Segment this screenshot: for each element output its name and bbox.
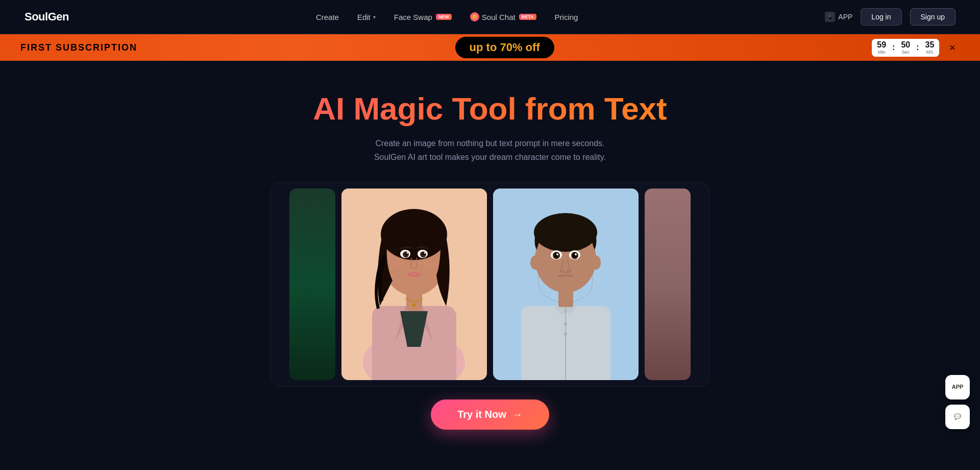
svg-point-34 [591, 255, 601, 270]
cta-button-label: Try it Now [457, 409, 506, 420]
app-button[interactable]: 📱 APP [825, 12, 852, 22]
svg-point-22 [534, 213, 597, 252]
gallery-card-left [289, 189, 335, 380]
brand-logo[interactable]: SoulGen [24, 10, 69, 24]
svg-point-30 [575, 253, 577, 255]
hero-title: AI Magic Tool from Text [10, 91, 970, 126]
signup-button[interactable]: Sign up [910, 8, 955, 26]
svg-point-35 [564, 322, 567, 325]
countdown-sep-1: : [891, 43, 896, 52]
promo-highlight: 70% [500, 41, 522, 54]
svg-point-15 [393, 261, 405, 268]
hero-subtitle-2: SoulGen AI art tool makes your dream cha… [10, 150, 970, 164]
floating-chat-button[interactable]: 💬 [945, 405, 970, 429]
svg-point-13 [407, 252, 408, 254]
promo-badge: up to 70% off [455, 37, 554, 58]
cta-section: Try it Now → [0, 389, 980, 450]
hero-section: AI Magic Tool from Text Create an image … [0, 61, 980, 175]
promo-center: up to 70% off [137, 37, 872, 58]
app-icon: 📱 [825, 12, 835, 22]
nav-right: 📱 APP Log in Sign up [825, 8, 955, 26]
nav-create[interactable]: Create [316, 13, 339, 21]
countdown-minutes: 59 Min [872, 39, 891, 57]
floating-app-label: APP [952, 384, 964, 390]
promo-suffix: off [523, 41, 540, 54]
gallery-card-male [493, 189, 639, 380]
countdown-sec-value: 50 [901, 41, 910, 49]
hero-subtitle-1: Create an image from nothing but text pr… [10, 136, 970, 150]
soul-chat-badge: Beta [519, 14, 536, 20]
navbar: SoulGen Create Edit ▾ Face Swap NEW 😊 So… [0, 0, 980, 34]
chat-icon: 💬 [954, 413, 961, 420]
nav-edit[interactable]: Edit ▾ [357, 13, 376, 21]
close-banner-button[interactable]: × [945, 42, 960, 53]
gallery-container [271, 182, 709, 387]
face-swap-badge: NEW [436, 14, 452, 20]
countdown-timer: 59 Min : 50 Sec : 35 MS [872, 39, 939, 57]
countdown-min-value: 59 [877, 41, 886, 49]
svg-point-6 [381, 209, 447, 260]
edit-chevron-icon: ▾ [373, 14, 376, 20]
gallery-card-right [645, 189, 691, 380]
countdown-sep-2: : [915, 43, 920, 52]
nav-face-swap[interactable]: Face Swap NEW [394, 13, 452, 21]
svg-point-16 [423, 261, 435, 268]
login-button[interactable]: Log in [861, 8, 901, 26]
promo-prefix: up to [470, 41, 500, 54]
svg-point-33 [530, 255, 541, 270]
svg-point-36 [564, 333, 567, 336]
cta-arrow-icon: → [512, 409, 523, 420]
floating-app-button[interactable]: APP [945, 375, 970, 400]
promo-banner: FIRST SUBSCRIPTION up to 70% off 59 Min … [0, 34, 980, 61]
svg-point-29 [556, 253, 558, 255]
countdown-ms-value: 35 [925, 41, 935, 49]
nav-pricing[interactable]: Pricing [555, 13, 578, 21]
svg-point-4 [412, 303, 415, 307]
promo-left-text: FIRST SUBSCRIPTION [20, 42, 137, 53]
countdown-seconds: 50 Sec [896, 39, 915, 57]
soul-chat-icon: 😊 [470, 12, 479, 21]
svg-point-31 [560, 270, 565, 273]
countdown-sec-label: Sec [902, 50, 910, 55]
gallery-card-female [341, 189, 487, 380]
countdown-min-label: Min [878, 50, 886, 55]
try-it-now-button[interactable]: Try it Now → [431, 400, 549, 430]
countdown-ms-label: MS [926, 50, 934, 55]
svg-point-14 [424, 252, 426, 254]
nav-center: Create Edit ▾ Face Swap NEW 😊 Soul Chat … [316, 12, 578, 21]
nav-soul-chat[interactable]: 😊 Soul Chat Beta [470, 12, 536, 21]
promo-right: 59 Min : 50 Sec : 35 MS × [872, 39, 960, 57]
countdown-ms: 35 MS [920, 39, 940, 57]
svg-point-32 [566, 270, 571, 273]
gallery-section [0, 175, 980, 389]
floating-buttons: APP 💬 [945, 375, 970, 429]
